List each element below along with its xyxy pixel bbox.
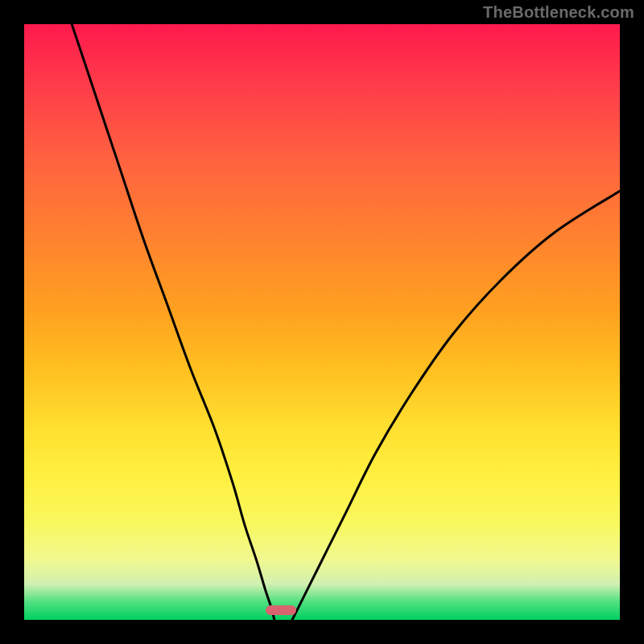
plot-area <box>24 24 620 620</box>
watermark-text: TheBottleneck.com <box>483 3 634 22</box>
curve-right <box>292 191 620 620</box>
curve-left <box>72 24 275 620</box>
bottleneck-curve <box>24 24 620 620</box>
chart-frame: TheBottleneck.com <box>0 0 644 644</box>
optimal-point-marker <box>266 605 296 615</box>
